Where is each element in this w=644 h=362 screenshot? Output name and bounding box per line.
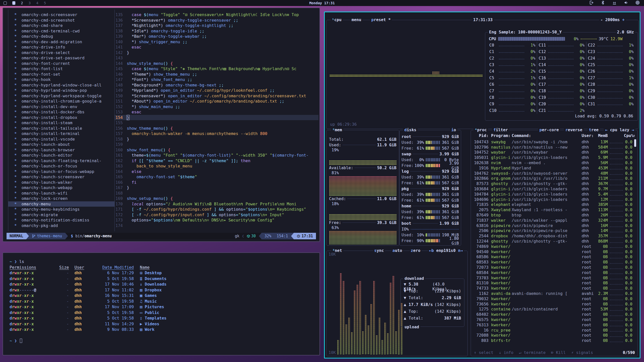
code-line[interactable]: 161 theme=$(menu "Font" "$(omarchy-font-… (115, 153, 318, 158)
btop-window[interactable]: ¹cpu menu preset * 17:31:33 - 2000ms + u… (324, 12, 640, 358)
tree-item[interactable]: * omarchy-launch-or-focus-webapp (8, 169, 114, 174)
process-row[interactable]: 102796nautilus/usr/bin/nautilus --newdhh… (473, 145, 636, 150)
process-row[interactable]: 12244ghostty/usr/bin/ghostty --gtk-dhh86… (473, 239, 636, 244)
tree-item[interactable]: * omarchy-font-current (8, 61, 114, 66)
process-row[interactable]: 2075XwaylandXwayland :1 -rootless -dhh11… (473, 207, 636, 212)
cpu-icon[interactable] (635, 0, 640, 6)
process-row[interactable]: 76313kworker/root0B0.0 (473, 322, 636, 328)
file-tree[interactable]: * omarchy-cmd-screensaver * omarchy-cmd-… (8, 10, 115, 231)
ls-directory[interactable]: ⊡ Desktop (134, 270, 319, 276)
code-line[interactable]: 148 *Background*) omarchy-theme-bg-next … (115, 82, 318, 88)
tree-item[interactable]: * omarchy-cmd-screensaver (8, 12, 114, 18)
workspace-window-icon[interactable] (4, 2, 7, 5)
tree-item[interactable]: * omarchy-font-list (8, 66, 114, 72)
process-row[interactable]: 72073kworker/root0B0.0 (473, 265, 636, 270)
code-line[interactable]: 137 *Nightlight*) omarchy-toggle-nightli… (115, 23, 318, 28)
code-line[interactable]: 170 local options="♪ Audio\n≋ Wifi\nɃ Bl… (115, 201, 318, 207)
process-row[interactable]: 94540kworker/root0B0.0 (473, 249, 636, 254)
prompt-line[interactable]: ~ ❯ (10, 338, 319, 344)
process-row[interactable]: 104752waybar/usr/bin/waybardhh69M0.0 (473, 150, 636, 155)
code-line[interactable]: 162 if [[ "$theme" == "CNCLD" || -z "$th… (115, 158, 318, 164)
workspace-2[interactable]: 2 (21, 1, 23, 5)
process-row[interactable]: 72088kworker/root0B0.0 (473, 333, 636, 338)
tree-item[interactable]: * omarchy-drive-info (8, 44, 114, 50)
code-line[interactable]: 168 (115, 191, 318, 196)
workspace-5[interactable]: 5 (44, 1, 46, 5)
logout-icon[interactable] (589, 0, 594, 6)
cpu-box-title[interactable]: ¹cpu (331, 17, 343, 22)
tree-item[interactable]: * omarchy-pkg-add (8, 223, 114, 229)
tree-item[interactable]: * omarchy-launch-screensaver (8, 174, 114, 180)
mem-box-title[interactable]: ²mem (331, 127, 343, 132)
process-row[interactable]: 16rcu_preeroot0B0.0 (473, 328, 636, 333)
tree-item[interactable]: * omarchy-install-tailscale (8, 126, 114, 131)
code-line[interactable]: 135 case $(menu "Toggle" "⊡ Screensaver\… (115, 12, 318, 18)
proc-toggle-tree[interactable]: tree (588, 127, 600, 132)
refresh-interval[interactable]: - 2000ms + (599, 17, 626, 22)
code-line[interactable]: 158} (115, 137, 318, 142)
code-line[interactable]: 149 *Hyprland*) open_in_editor ~/.config… (115, 88, 318, 93)
tree-item[interactable]: * omarchy-install-terminal (8, 131, 114, 137)
process-row[interactable]: 87649btopbtopdhh26M0.0 (473, 212, 636, 218)
tree-item[interactable]: * omarchy-launch-floating-terminal- (8, 158, 114, 164)
menu-button[interactable]: menu (350, 17, 363, 22)
tree-item[interactable]: * omarchy-migrate (8, 212, 114, 218)
ls-directory[interactable]: ≣ Documents (134, 276, 319, 282)
workspace-active-indicator[interactable] (12, 1, 15, 5)
code-line[interactable]: 167} (115, 185, 318, 191)
tree-item[interactable]: * omarchy-drive-select (8, 50, 114, 56)
tree-item[interactable]: * omarchy-launch-webapp (8, 185, 114, 191)
process-row[interactable]: 73703kworker/root0B0.0 (473, 275, 636, 281)
process-row[interactable]: 68583kworker/root0B0.0 (473, 259, 636, 265)
scrollbar-thumb[interactable] (634, 139, 636, 147)
tree-item[interactable]: * omarchy-install-dev-env (8, 104, 114, 110)
filter-button[interactable]: filter (492, 127, 509, 132)
process-row[interactable]: 68586kworker/root0B0.0 (473, 254, 636, 260)
process-row[interactable]: 74733kworker/root0B0.0 (473, 286, 636, 291)
ls-directory[interactable]: ♫ Music (134, 299, 319, 304)
tree-item[interactable]: * omarchy-font-set (8, 72, 114, 77)
tree-item[interactable]: * omarchy-menu (8, 201, 114, 207)
code-line[interactable]: 163 back_to show_style_menu (115, 163, 318, 169)
process-row[interactable]: 74869kworker/root0B0.0 (473, 244, 636, 249)
tree-item[interactable]: * omarchy-cmd-share (8, 23, 114, 28)
process-list[interactable]: 104743swaybg/usr/bin/swaybg -i /homdhh13… (473, 139, 636, 344)
tree-item[interactable]: * omarchy-launch-walker (8, 180, 114, 185)
net-toggle-sync[interactable]: sync (373, 248, 385, 253)
code-line[interactable]: 143 (115, 55, 318, 61)
code-line[interactable]: 165 omarchy-font-set "$theme" (115, 174, 318, 180)
process-row[interactable]: 102638nvimnvim --embed .dhh56M0.0 (473, 160, 636, 165)
code-line[interactable]: 172 [ -f ~/.config/hypr/input.conf ] && … (115, 212, 318, 218)
volume-icon[interactable] (624, 0, 628, 6)
tree-item[interactable]: * omarchy-install-chromium-google-a (8, 99, 114, 104)
tree-item[interactable]: * omarchy-cmd-terminal-cwd (8, 28, 114, 34)
tree-item[interactable]: * omarchy-launch-editor (8, 153, 114, 158)
terminal-window[interactable]: ~ ❯ ls PermissionsSizeUserDate ModifiedN… (3, 252, 320, 355)
tree-item[interactable]: * omarchy-install-steam (8, 120, 114, 126)
process-row[interactable]: 71835elephantelephantdhh385M0.0 (473, 202, 636, 207)
code-line[interactable]: 139 *Bar*) omarchy-toggle-waybar ;; (115, 34, 318, 39)
tree-item[interactable]: * omarchy-install-docker-dbs (8, 109, 114, 115)
ls-directory[interactable]: ▤ Pictures (134, 304, 319, 310)
process-row[interactable]: 76575kworker/root0B0.0 (473, 317, 636, 322)
tree-item[interactable]: * omarchy-hook (8, 77, 114, 82)
process-row[interactable]: 68584kworker/root0B0.0 (473, 270, 636, 275)
tree-item[interactable]: * omarchy-debug (8, 34, 114, 39)
code-line[interactable]: 156show_theme_menu() { (115, 126, 318, 131)
code-line[interactable]: 152 *) show_main_menu ;; (115, 104, 318, 110)
tree-item[interactable]: * omarchy-install-vscode (8, 137, 114, 142)
ls-directory[interactable]: ▶ Videos (134, 321, 319, 327)
tree-item[interactable]: * omarchy-cmd-screenshot (8, 18, 114, 23)
tree-item[interactable]: * omarchy-lock-screen (8, 196, 114, 201)
code-line[interactable]: 144show_style_menu() { (115, 61, 318, 66)
code-line[interactable]: 153 esac (115, 109, 318, 115)
footer-key[interactable]: ↑ select (474, 350, 493, 355)
ls-directory[interactable]: ▧ Work (134, 327, 319, 333)
code-line[interactable]: 151 *About*) open_in_editor ~/.config/om… (115, 99, 318, 104)
ls-directory[interactable]: ▭ Public (134, 310, 319, 316)
tree-item[interactable]: * omarchy-notification-dismiss (8, 217, 114, 223)
net-interface-switcher[interactable]: ←b enp191s0 n→ (428, 248, 464, 253)
process-row[interactable]: 73656kworker/root0B0.0 (473, 301, 636, 307)
tree-item[interactable]: * omarchy-launch-wifi (8, 191, 114, 196)
process-row[interactable]: 1162avahi-daavahi-daemon: running [avahi… (473, 291, 636, 296)
